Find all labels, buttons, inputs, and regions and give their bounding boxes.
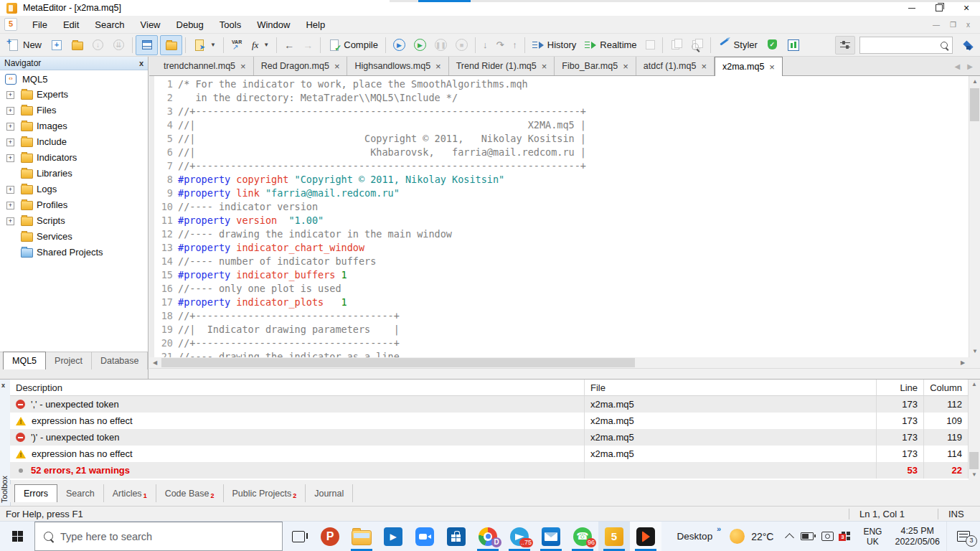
debug-stop-button[interactable]: ■ [451,36,472,55]
new-button[interactable]: + New [3,36,46,55]
history-button[interactable]: History [528,36,580,55]
tab-close-icon[interactable]: × [542,62,547,71]
taskbar-app-metatrader[interactable] [630,522,661,551]
check-syntax-button[interactable]: ✓ [762,36,783,55]
sidebar-item-services[interactable]: Services [0,229,148,245]
step-into-button[interactable]: ↓ [479,36,492,55]
task-view-button[interactable] [283,522,314,551]
step-out-button[interactable]: ↑ [508,36,522,55]
sidebar-item-logs[interactable]: +Logs [0,182,148,197]
vertical-scroll-thumb[interactable] [970,88,979,121]
taskbar-app-movies-tv[interactable]: ▶ [377,522,409,551]
editor-vertical-scrollbar[interactable]: ▲ ▼ [969,76,980,357]
taskbar-app-chrome[interactable]: D [472,522,504,551]
tab-close-icon[interactable]: × [769,62,775,72]
mdi-close-icon[interactable]: x [966,21,970,29]
language-indicator[interactable]: ENG UK [857,522,888,551]
scroll-up-arrow-icon[interactable]: ▲ [969,380,980,390]
menu-view[interactable]: View [133,16,169,33]
compile-button[interactable]: ✓ Compile [324,36,382,55]
tab-close-icon[interactable]: × [623,62,628,71]
toolbox-vertical-scrollbar[interactable]: ▲ ▼ [969,380,980,480]
tabs-scroll-left-icon[interactable]: ◀ [955,62,961,70]
copy-button[interactable] [666,36,687,55]
toolbox-tab-journal[interactable]: Journal [306,484,353,502]
search-icon[interactable] [941,42,948,49]
navigator-close-icon[interactable]: x [139,59,143,67]
tree-root-mql5[interactable]: ‹›MQL5 [0,71,148,87]
save-all-button[interactable]: ⇊ [108,36,129,55]
battery-icon[interactable] [801,532,814,540]
sidebar-item-profiles[interactable]: +Profiles [0,197,148,213]
taskbar-app-metaeditor[interactable]: 5 [598,522,630,551]
scroll-down-arrow-icon[interactable]: ▼ [969,346,980,357]
editor-tab-trend-rider-1-mq5[interactable]: Trend Rider (1).mq5× [449,57,555,75]
scroll-down-arrow-icon[interactable]: ▼ [969,470,980,480]
editor-tab-fibo-bar-mq5[interactable]: Fibo_Bar.mq5× [555,57,636,75]
taskbar-app-file-explorer[interactable] [346,522,377,551]
navigate-back-button[interactable]: ← [280,36,298,55]
settings-sliders-button[interactable] [835,36,855,55]
table-row[interactable]: 52 errors, 21 warnings5322 [10,462,980,479]
app-grid-icon[interactable]: 3 [842,532,851,541]
tab-close-icon[interactable]: × [435,62,441,71]
open-button[interactable] [67,36,88,55]
sidebar-item-shared-projects[interactable]: Shared Projects [0,245,148,260]
toolbox-tab-code-base[interactable]: Code Base2 [156,484,224,502]
toggle-toolbox-button[interactable] [136,35,158,55]
column-header-description[interactable]: Description [10,380,585,395]
tabs-scroll-right-icon[interactable]: ▶ [967,62,973,70]
tray-expand-icon[interactable] [786,533,795,542]
toolbox-close-icon[interactable]: x [1,382,5,389]
taskbar-search-box[interactable]: Type here to search [34,522,283,551]
menu-debug[interactable]: Debug [169,16,212,33]
table-row[interactable]: expression has no effectx2ma.mq5173109 [10,413,980,429]
navigator-tab-project[interactable]: Project [46,352,92,369]
navigator-tab-mql5[interactable]: MQL5 [3,352,46,369]
sidebar-item-scripts[interactable]: +Scripts [0,213,148,229]
sidebar-item-libraries[interactable]: Libraries [0,166,148,182]
step-over-button[interactable]: ↷ [491,36,508,55]
toolbox-tab-search[interactable]: Search [57,484,104,502]
column-header-file[interactable]: File [585,380,877,395]
menu-help[interactable]: Help [298,16,333,33]
taskbar-app-whatsapp[interactable]: ☎96 [567,522,598,551]
expand-icon[interactable]: + [6,138,14,146]
tab-close-icon[interactable]: × [240,62,246,71]
close-button[interactable]: × [953,0,980,16]
scroll-up-arrow-icon[interactable]: ▲ [969,76,980,88]
toolbox-tab-public-projects[interactable]: Public Projects2 [224,484,306,502]
menu-tools[interactable]: Tools [212,16,249,33]
toolbox-tab-errors[interactable]: Errors [14,484,57,502]
menu-search[interactable]: Search [87,16,132,33]
table-row[interactable]: expression has no effectx2ma.mq5173114 [10,446,980,462]
expand-icon[interactable]: + [6,217,14,225]
editor-horizontal-scrollbar[interactable]: ◀ ▶ [149,357,969,369]
help-education-icon[interactable] [961,39,976,51]
scroll-left-arrow-icon[interactable]: ◀ [149,357,161,369]
navigate-forward-button[interactable]: → [298,36,317,55]
table-row[interactable]: ')' - unexpected tokenx2ma.mq5173119 [10,429,980,446]
chevron-expand-icon[interactable]: » [717,524,721,533]
sidebar-item-include[interactable]: +Include [0,134,148,150]
expand-icon[interactable]: + [6,154,14,162]
meet-now-icon[interactable] [821,532,834,541]
new-file-button[interactable]: + [46,36,67,55]
editor-tab-highsandlows-mq5[interactable]: Highsandlows.mq5× [347,57,448,75]
editor-tab-atdcf-1-mq5[interactable]: atdcf (1).mq5× [636,57,715,75]
start-button[interactable] [0,522,34,551]
styler-button[interactable]: Styler [714,36,762,55]
tab-close-icon[interactable]: × [701,62,707,71]
realtime-button[interactable]: Realtime [580,36,641,55]
expand-icon[interactable]: + [6,202,14,209]
desktop-toolbar[interactable]: Desktop » [664,522,723,551]
horizontal-scroll-thumb[interactable] [161,358,635,367]
menu-file[interactable]: File [24,16,55,33]
clock[interactable]: 4:25 PM 2022/05/06 [888,522,946,551]
debug-history-start-button[interactable]: ▶ [389,36,410,55]
menu-edit[interactable]: Edit [55,16,87,33]
weather-widget[interactable]: 22°C [722,522,781,551]
toggle-navigator-button[interactable] [160,35,182,55]
expand-icon[interactable]: + [6,186,14,194]
expand-icon[interactable]: + [6,123,14,131]
